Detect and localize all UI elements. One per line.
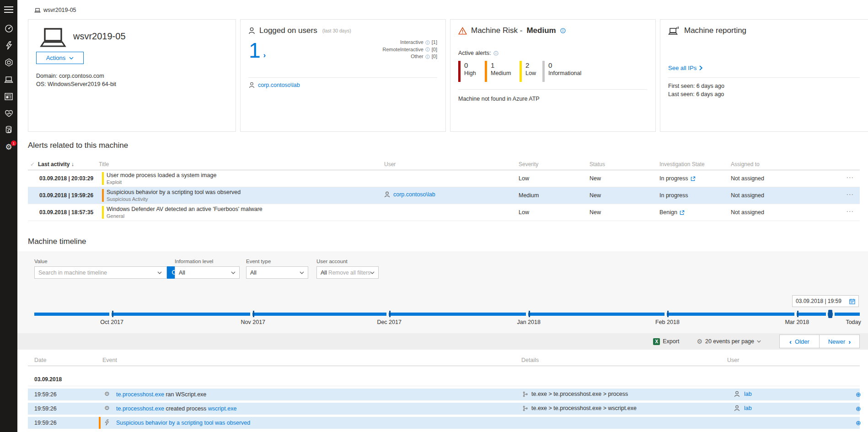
- col-title[interactable]: Title: [99, 161, 109, 167]
- severity-bar: [102, 206, 104, 219]
- label: Informational: [548, 70, 581, 76]
- timeline-track[interactable]: [34, 313, 860, 316]
- col-status[interactable]: Status: [589, 161, 605, 167]
- pagination: ‹Older Newer›: [779, 335, 860, 348]
- group-date: 03.09.2018: [34, 376, 62, 383]
- col-event[interactable]: Event: [102, 357, 117, 363]
- information-level-label: Information level: [175, 259, 213, 264]
- col-date[interactable]: Date: [34, 357, 46, 363]
- event-text: created process: [164, 405, 208, 412]
- tick-gap: [664, 313, 667, 316]
- sidebar-item-machines-list[interactable]: [0, 71, 17, 88]
- machine-risk-card: Machine Risk - Medium Active alerts: 0 H…: [450, 19, 656, 132]
- severity-bar-medium: [485, 61, 487, 82]
- event-row[interactable]: 19:59:26 ⚙ te.processhost.exe ran WScrip…: [28, 389, 860, 400]
- expand-event-icon[interactable]: ⊕: [856, 405, 861, 412]
- col-investigation-state[interactable]: Investigation State: [659, 161, 705, 167]
- event-type-select[interactable]: All: [246, 266, 308, 279]
- select-all-checkbox[interactable]: ✓: [30, 161, 35, 167]
- alert-lightning-icon: [104, 419, 109, 426]
- sidebar-item-alerts-queue[interactable]: [0, 37, 17, 54]
- user-link[interactable]: corp.contoso\lab: [258, 82, 300, 88]
- timeline-date-picker[interactable]: 03.09.2018 | 19:59: [792, 295, 859, 307]
- process-link[interactable]: wscript.exe: [208, 405, 237, 412]
- card-subtitle: (last 30 days): [322, 28, 351, 33]
- more-actions-button[interactable]: ...: [847, 207, 854, 213]
- sidebar-item-secure-score[interactable]: [0, 105, 17, 122]
- process-chain: te.exe > te.processhost.exe > wscript.ex…: [531, 405, 637, 411]
- alert-category: General: [107, 213, 263, 220]
- process-link[interactable]: te.processhost.exe: [116, 405, 164, 412]
- alert-user-link[interactable]: corp.contoso\lab: [393, 191, 435, 198]
- col-assigned-to[interactable]: Assigned to: [731, 161, 760, 167]
- sidebar-item-advanced-hunting[interactable]: [0, 122, 17, 139]
- process-link[interactable]: te.processhost.exe: [116, 391, 164, 398]
- sidebar-item-settings[interactable]: ⚙ 1: [0, 139, 17, 156]
- sidebar-item-dashboards[interactable]: [0, 20, 17, 37]
- month-tick: [389, 311, 391, 317]
- event-user-link[interactable]: lab: [744, 391, 752, 397]
- hexagon-investigation-icon: [5, 58, 13, 67]
- user-icon: [384, 191, 390, 198]
- open-investigation-icon[interactable]: [680, 210, 685, 215]
- logged-on-users-count[interactable]: 1 ›: [249, 40, 266, 61]
- expand-event-icon[interactable]: ⊕: [856, 419, 861, 427]
- sidebar-item-service-health[interactable]: [0, 88, 17, 105]
- timeline-slider-thumb[interactable]: [828, 310, 832, 318]
- stat-interactive: Interactive [1]: [383, 39, 438, 46]
- gear-icon: ⚙: [697, 338, 702, 345]
- stat-label: RemoteInteractive: [383, 46, 423, 54]
- info-icon[interactable]: [493, 51, 498, 56]
- see-all-ips-link[interactable]: See all IPs: [668, 65, 702, 71]
- older-button[interactable]: ‹Older: [780, 335, 820, 348]
- event-user-link[interactable]: lab: [744, 405, 752, 411]
- export-button[interactable]: X Export: [653, 338, 679, 345]
- more-actions-button[interactable]: ...: [847, 190, 854, 196]
- severity-bar: [102, 189, 104, 202]
- machine-icon: [34, 8, 41, 13]
- chevron-down-icon[interactable]: [157, 271, 162, 274]
- alert-event-link[interactable]: Suspicious behavior by a scripting tool …: [116, 420, 250, 426]
- stat-value: [1]: [432, 39, 437, 46]
- col-last-activity[interactable]: Last activity ↓: [38, 161, 74, 167]
- process-gear-icon: ⚙: [104, 390, 110, 397]
- actions-button[interactable]: Actions: [36, 52, 84, 64]
- more-actions-button[interactable]: ...: [847, 173, 854, 179]
- alerts-section: Alerts related to this machine ✓ Last ac…: [28, 141, 860, 221]
- col-user[interactable]: User: [727, 357, 739, 363]
- open-investigation-icon[interactable]: [691, 176, 696, 181]
- sidebar-item-menu[interactable]: [0, 0, 17, 19]
- sidebar-item-automated-investigations[interactable]: [0, 54, 17, 71]
- events-per-page-select[interactable]: ⚙ 20 events per page: [697, 338, 761, 345]
- info-icon[interactable]: [425, 40, 430, 45]
- timeline-search-input[interactable]: [38, 270, 155, 276]
- alert-row[interactable]: 03.09.2018 | 20:03:29 User mode process …: [28, 170, 860, 187]
- alert-row[interactable]: 03.09.2018 | 19:59:26 Suspicious behavio…: [28, 187, 860, 204]
- tick-gap: [250, 313, 252, 316]
- alert-title[interactable]: Windows Defender AV detected an active '…: [107, 206, 263, 213]
- event-row-alert[interactable]: 19:59:26 Suspicious behavior by a script…: [28, 417, 860, 429]
- severity-bar: [102, 172, 104, 185]
- expand-event-icon[interactable]: ⊕: [856, 391, 861, 398]
- newer-button[interactable]: Newer›: [820, 335, 859, 348]
- stat-value: [0]: [432, 46, 437, 54]
- month-label: Nov 2017: [241, 319, 266, 325]
- stat-other: Other [0]: [383, 53, 438, 60]
- info-icon[interactable]: [425, 54, 430, 59]
- info-icon[interactable]: [425, 47, 430, 52]
- info-icon[interactable]: [560, 28, 566, 33]
- alert-row[interactable]: 03.09.2018 | 18:57:35 Windows Defender A…: [28, 204, 860, 221]
- col-severity[interactable]: Severity: [519, 161, 538, 167]
- month-label: Oct 2017: [100, 319, 123, 325]
- chevron-down-icon: [231, 271, 236, 274]
- stat-remote-interactive: RemoteInteractive [0]: [383, 46, 438, 54]
- alert-title[interactable]: User mode process loaded a system image: [107, 172, 216, 179]
- col-details[interactable]: Details: [521, 357, 539, 363]
- event-row[interactable]: 19:59:26 ⚙ te.processhost.exe created pr…: [28, 403, 860, 415]
- remove-all-filters-button[interactable]: × Remove all filters: [323, 270, 370, 276]
- information-level-select[interactable]: All: [175, 266, 240, 279]
- alert-title[interactable]: Suspicious behavior by a scripting tool …: [107, 189, 241, 196]
- user-icon: [248, 27, 255, 34]
- col-user[interactable]: User: [384, 161, 396, 167]
- machine-card: wsvr2019-05 Actions Domain: corp.contoso…: [28, 19, 236, 132]
